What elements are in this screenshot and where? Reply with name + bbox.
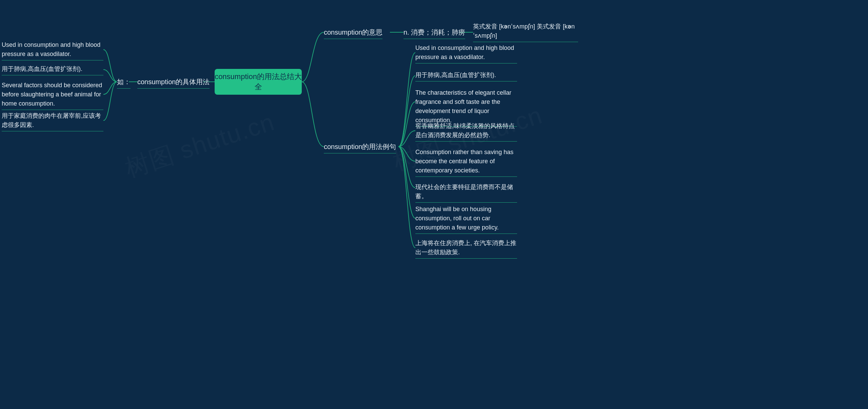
branch-meaning-label: consumption的意思	[324, 29, 382, 36]
usage-item[interactable]: Several factors should be considered bef…	[2, 81, 103, 110]
example-item[interactable]: 上海将在住房消费上, 在汽车消费上推出一些鼓励政策.	[415, 239, 517, 259]
meaning-sense-text: n. 消费；消耗；肺痨	[403, 29, 465, 36]
example-text: Shanghai will be on housing consumption,…	[415, 206, 499, 231]
example-item[interactable]: 现代社会的主要特征是消费而不是储蓄。	[415, 183, 517, 203]
example-text: 窖香幽雅舒适,味绵柔淡雅的风格特点是白酒消费发展的必然趋势.	[415, 123, 515, 138]
branch-usage-label: consumption的具体用法	[137, 78, 210, 86]
example-text: The characteristics of elegant cellar fr…	[415, 89, 511, 124]
branch-examples[interactable]: consumption的用法例句	[324, 142, 396, 153]
usage-item[interactable]: Used in consumption and high blood press…	[2, 40, 103, 60]
example-text: 现代社会的主要特征是消费而不是储蓄。	[415, 184, 513, 200]
example-item[interactable]: Consumption rather than saving has becom…	[415, 148, 517, 177]
usage-text: Several factors should be considered bef…	[2, 82, 102, 107]
root-node[interactable]: consumption的用法总结大全	[215, 69, 302, 95]
usage-text: 用于家庭消费的肉牛在屠宰前,应该考虑很多因素.	[2, 112, 101, 128]
branch-examples-label: consumption的用法例句	[324, 143, 396, 150]
example-item[interactable]: Shanghai will be on housing consumption,…	[415, 205, 517, 234]
example-text: 用于肺病,高血压(血管扩张剂).	[415, 72, 496, 78]
example-text: Used in consumption and high blood press…	[415, 44, 514, 60]
example-item[interactable]: The characteristics of elegant cellar fr…	[415, 88, 517, 127]
example-item[interactable]: 用于肺病,高血压(血管扩张剂).	[415, 71, 517, 81]
usage-item[interactable]: 用于肺病,高血压(血管扩张剂).	[2, 64, 103, 75]
meaning-pronunciation[interactable]: 英式发音 [kənˈsʌmpʃn] 美式发音 [kənˈsʌmpʃn]	[473, 22, 578, 42]
usage-prefix-text: 如：	[117, 78, 131, 86]
meaning-sense[interactable]: n. 消费；消耗；肺痨	[403, 27, 465, 39]
usage-item[interactable]: 用于家庭消费的肉牛在屠宰前,应该考虑很多因素.	[2, 111, 103, 131]
example-item[interactable]: 窖香幽雅舒适,味绵柔淡雅的风格特点是白酒消费发展的必然趋势.	[415, 122, 517, 142]
example-text: Consumption rather than saving has becom…	[415, 149, 513, 174]
meaning-pronunciation-text: 英式发音 [kənˈsʌmpʃn] 美式发音 [kənˈsʌmpʃn]	[473, 23, 575, 39]
branch-meaning[interactable]: consumption的意思	[324, 27, 382, 39]
usage-text: Used in consumption and high blood press…	[2, 41, 100, 57]
watermark: 树图 shutu.cn	[121, 106, 278, 185]
example-text: 上海将在住房消费上, 在汽车消费上推出一些鼓励政策.	[415, 240, 516, 256]
branch-usage[interactable]: consumption的具体用法	[137, 77, 210, 89]
example-item[interactable]: Used in consumption and high blood press…	[415, 43, 517, 63]
root-title: consumption的用法总结大全	[215, 72, 302, 92]
usage-prefix[interactable]: 如：	[117, 77, 131, 89]
usage-text: 用于肺病,高血压(血管扩张剂).	[2, 66, 82, 72]
